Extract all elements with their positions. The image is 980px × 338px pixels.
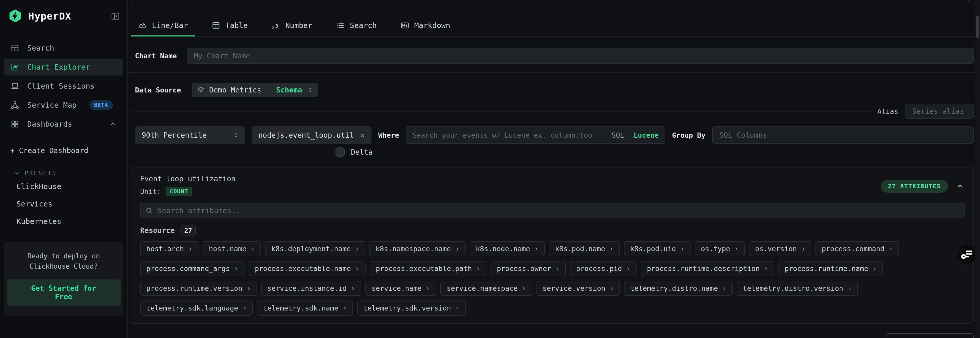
attribute-tag[interactable]: os.version ›: [749, 241, 811, 256]
attribute-tag[interactable]: k8s.deployment.name ›: [265, 241, 365, 256]
logo-row: HyperDX: [0, 0, 127, 24]
attribute-tag-label: service.version: [543, 284, 605, 292]
sidebar-item-chart-explorer[interactable]: Chart Explorer: [4, 59, 123, 76]
attribute-tag[interactable]: process.command_args ›: [140, 261, 245, 276]
attribute-tag[interactable]: k8s.pod.name ›: [549, 241, 620, 256]
svg-text:1: 1: [272, 22, 274, 26]
chart-name-row: Chart Name: [131, 48, 974, 64]
attribute-tag[interactable]: service.name ›: [365, 281, 436, 296]
attribute-tag[interactable]: k8s.pod.uid ›: [624, 241, 691, 256]
chevron-right-icon: ›: [250, 245, 255, 252]
attribute-tag[interactable]: process.executable.name ›: [248, 261, 366, 276]
resource-count-badge: 27: [180, 225, 196, 235]
preset-item[interactable]: ClickHouse: [16, 182, 127, 191]
attribute-tag[interactable]: telemetry.sdk.name ›: [257, 300, 353, 316]
chevron-right-icon: ›: [609, 245, 614, 252]
attribute-tag[interactable]: host.arch ›: [140, 241, 199, 256]
attribute-tag-label: service.instance.id: [267, 284, 347, 292]
get-started-button[interactable]: Get Started for Free: [7, 279, 121, 306]
chevron-right-icon: ›: [872, 265, 877, 272]
sidebar-item-client-sessions[interactable]: Client Sessions: [0, 78, 127, 95]
actions-row: Add Series Display Settings: [131, 333, 974, 338]
display-settings-button[interactable]: Display Settings: [886, 333, 974, 338]
attribute-tag[interactable]: k8s.namespace.name ›: [369, 241, 465, 256]
chevron-right-icon: ›: [609, 285, 614, 292]
preset-item[interactable]: Kubernetes: [16, 217, 127, 226]
data-source-select[interactable]: Demo Metrics Schema: [192, 83, 318, 97]
remove-metric-icon[interactable]: ✕: [360, 131, 365, 140]
tab-line-bar[interactable]: Line/Bar: [131, 14, 195, 36]
beta-badge: BETA: [89, 100, 113, 110]
attribute-tag[interactable]: k8s.node.name ›: [470, 241, 545, 256]
delta-checkbox[interactable]: [336, 148, 345, 157]
attribute-tag-label: k8s.node.name: [476, 245, 530, 253]
layers-icon: [197, 86, 205, 94]
attribute-tag-label: k8s.pod.uid: [630, 245, 676, 253]
presets-header[interactable]: PRESETS: [14, 170, 127, 176]
aggregation-select[interactable]: 90th Percentile: [135, 126, 245, 144]
tab-search[interactable]: Search: [329, 14, 384, 36]
sidebar-item-search[interactable]: Search: [0, 40, 127, 57]
attribute-tag-label: os.type: [701, 245, 730, 253]
chart-name-input[interactable]: [187, 48, 974, 64]
metric-attributes-panel: Event loop utilization Unit: COUNT 27 AT…: [131, 167, 974, 324]
toggle-divider: |: [627, 131, 631, 139]
sidebar-nav: Search Chart Explorer Client Sessions Se…: [0, 40, 127, 133]
attribute-tag[interactable]: host.name ›: [202, 241, 261, 256]
list-icon: [336, 21, 345, 30]
attribute-tag[interactable]: process.command ›: [816, 241, 899, 256]
chevron-right-icon: ›: [522, 285, 526, 292]
chevron-up-down-icon: [232, 131, 239, 139]
where-placeholder: Search your events w/ Lucene ex. column:…: [413, 131, 592, 139]
attribute-tag[interactable]: process.pid ›: [570, 261, 637, 276]
attribute-tag[interactable]: process.executable.path ›: [370, 261, 487, 276]
attribute-tag[interactable]: process.runtime.name ›: [778, 261, 883, 276]
data-source-value: Demo Metrics: [209, 86, 261, 94]
attribute-tag[interactable]: telemetry.sdk.version ›: [357, 300, 466, 316]
attribute-tag[interactable]: telemetry.sdk.language ›: [140, 300, 253, 316]
chart-name-label: Chart Name: [135, 52, 177, 60]
attribute-tag[interactable]: process.owner ›: [490, 261, 566, 276]
collapse-panel-icon[interactable]: [956, 182, 964, 190]
attribute-tag[interactable]: service.namespace ›: [441, 281, 532, 296]
sql-toggle[interactable]: SQL: [612, 131, 624, 139]
clipped-input-above: [131, 0, 969, 4]
attribute-tag-label: telemetry.sdk.version: [363, 304, 451, 312]
tab-markdown[interactable]: Markdown: [393, 14, 458, 36]
attribute-tag-label: process.runtime.description: [647, 265, 760, 273]
attributes-count-badge: 27 ATTRIBUTES: [881, 180, 948, 193]
alias-input[interactable]: [905, 104, 974, 119]
attribute-tag[interactable]: telemetry.distro.version ›: [737, 281, 858, 296]
attribute-search-input[interactable]: [158, 206, 959, 215]
tab-table[interactable]: Table: [204, 14, 255, 36]
where-search-input[interactable]: Search your events w/ Lucene ex. column:…: [406, 126, 665, 144]
tab-number[interactable]: 123 Number: [264, 14, 320, 36]
sidebar-item-dashboards[interactable]: Dashboards: [0, 116, 127, 133]
chevron-right-icon: ›: [455, 245, 460, 252]
brand-title: HyperDX: [28, 11, 71, 22]
chevron-right-icon: ›: [764, 265, 768, 272]
group-by-label: Group By: [672, 131, 705, 139]
lucene-toggle[interactable]: Lucene: [633, 131, 659, 139]
chevron-up-icon[interactable]: [109, 120, 117, 128]
attribute-tag[interactable]: os.type ›: [695, 241, 745, 256]
scrollbar-thumb[interactable]: [976, 16, 979, 38]
metric-title: Event loop utilization: [140, 175, 235, 183]
attribute-tag[interactable]: process.runtime.version ›: [140, 281, 257, 296]
preset-item[interactable]: Services: [16, 200, 127, 208]
attribute-tag[interactable]: telemetry.distro.name ›: [624, 281, 732, 296]
collapse-sidebar-icon[interactable]: [111, 11, 120, 21]
attribute-tag-label: service.namespace: [447, 284, 517, 292]
scrollbar-track[interactable]: [975, 0, 980, 338]
create-dashboard-button[interactable]: + Create Dashboard: [10, 146, 127, 155]
metric-tag[interactable]: nodejs.event_loop.util ✕: [252, 126, 371, 144]
attribute-tag[interactable]: service.instance.id ›: [261, 281, 361, 296]
schema-link[interactable]: Schema: [276, 86, 302, 94]
unit-line: Unit: COUNT: [140, 187, 235, 196]
dashboards-icon: [10, 119, 19, 129]
sidebar-item-service-map[interactable]: Service Map BETA: [0, 97, 127, 114]
attribute-tag-label: k8s.pod.name: [555, 245, 605, 253]
group-by-input[interactable]: [712, 126, 974, 144]
attribute-tag[interactable]: process.runtime.description ›: [641, 261, 774, 276]
attribute-tag[interactable]: service.version ›: [536, 281, 620, 296]
